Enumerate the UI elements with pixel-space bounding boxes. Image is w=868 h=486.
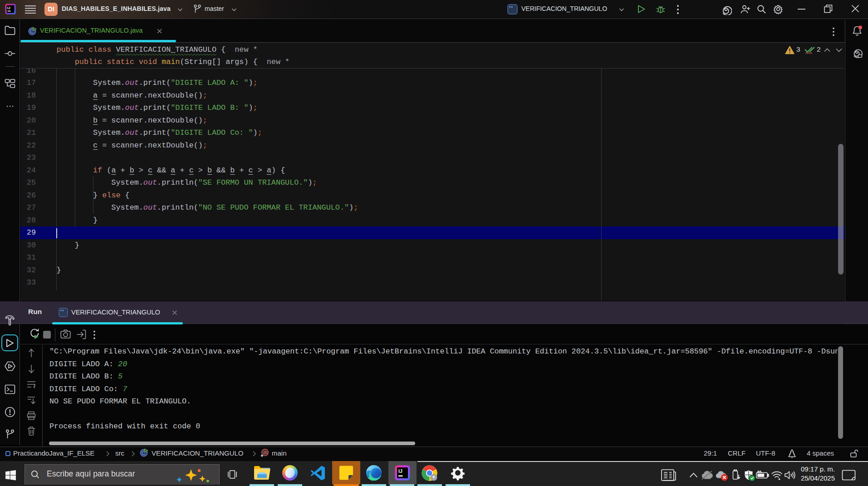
svg-text:m: m [264,450,268,455]
svg-text:IJ: IJ [7,6,10,10]
svg-text:IJ: IJ [398,468,402,474]
